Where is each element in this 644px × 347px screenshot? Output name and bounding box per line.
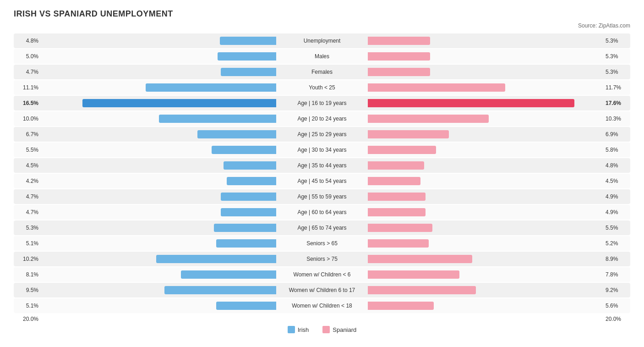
right-bar-container [368,37,603,45]
left-bar-container [41,224,276,232]
left-value: 8.1% [14,271,41,278]
left-value: 5.1% [14,303,41,309]
right-bar [368,255,472,263]
left-bar-container [41,239,276,248]
right-value: 4.9% [603,193,630,200]
right-value: 5.3% [603,69,630,75]
bar-label: Age | 20 to 24 years [276,116,368,122]
bar-row: 11.1% Youth < 25 11.7% [14,80,630,95]
left-bar-container [41,255,276,263]
left-bar-container [41,83,276,92]
left-bar-container [41,161,276,170]
legend: Irish Spaniard [14,326,630,333]
right-value: 5.6% [603,303,630,309]
left-value: 5.0% [14,53,41,60]
right-value: 4.5% [603,178,630,184]
right-bar [368,68,430,76]
right-bar-container [368,208,603,216]
bar-label: Youth < 25 [276,84,368,91]
bar-label: Unemployment [276,38,368,44]
left-bar-container [41,208,276,216]
left-value: 10.0% [14,116,41,122]
right-value: 5.3% [603,53,630,60]
left-bar [156,255,276,263]
right-bar-container [368,286,603,294]
right-value: 17.6% [603,100,630,106]
right-bar [368,161,424,170]
left-value: 4.7% [14,193,41,200]
right-value: 8.9% [603,256,630,262]
left-bar [220,37,276,45]
bar-label: Age | 30 to 34 years [276,147,368,153]
right-bar-container [368,193,603,201]
bar-row: 5.5% Age | 30 to 34 years 5.8% [14,143,630,157]
legend-spaniard-box [322,326,330,333]
bar-row: 4.8% Unemployment 5.3% [14,33,630,48]
bar-row: 5.1% Seniors > 65 5.2% [14,236,630,251]
left-bar [214,224,276,232]
right-value: 5.2% [603,240,630,247]
right-value: 10.3% [603,116,630,122]
right-bar-container [368,83,603,92]
right-bar-container [368,115,603,123]
right-bar-container [368,99,603,107]
left-value: 10.2% [14,256,41,262]
left-bar [224,161,276,170]
left-bar [221,68,276,76]
bar-label: Seniors > 75 [276,256,368,262]
right-bar [368,224,432,232]
bar-row: 8.1% Women w/ Children < 6 7.8% [14,267,630,282]
bar-row: 6.7% Age | 25 to 29 years 6.9% [14,127,630,142]
right-value: 5.5% [603,225,630,231]
right-value: 4.8% [603,162,630,169]
left-bar [146,83,276,92]
right-bar [368,115,489,123]
right-bar [368,270,459,279]
bar-row: 5.1% Women w/ Children < 18 5.6% [14,298,630,313]
right-bar-container [368,161,603,170]
right-bar-container [368,146,603,154]
right-bar [368,208,426,216]
right-value: 4.9% [603,209,630,215]
chart-container: 4.8% Unemployment 5.3% 5.0% Males 5.3% 4… [14,33,630,333]
right-bar [368,286,476,294]
right-bar [368,52,430,61]
left-bar [227,177,276,185]
left-bar-container [41,193,276,201]
left-bar [221,208,276,216]
left-bar-container [41,52,276,61]
left-bar [181,270,276,279]
left-bar [82,99,276,107]
right-value: 5.3% [603,38,630,44]
bar-label: Age | 60 to 64 years [276,209,368,215]
left-bar-container [41,115,276,123]
legend-spaniard-label: Spaniard [333,326,356,333]
bar-label: Age | 16 to 19 years [276,100,368,106]
left-value: 4.8% [14,38,41,44]
right-bar-container [368,270,603,279]
right-value: 7.8% [603,271,630,278]
left-value: 4.7% [14,209,41,215]
left-bar [218,52,276,61]
bar-label: Age | 35 to 44 years [276,162,368,169]
right-bar-container [368,177,603,185]
left-value: 4.7% [14,69,41,75]
bar-label: Age | 25 to 29 years [276,131,368,138]
bar-label: Seniors > 65 [276,240,368,247]
right-bar [368,99,574,107]
bar-row: 16.5% Age | 16 to 19 years 17.6% [14,96,630,110]
right-bar [368,302,434,310]
source-label: Source: ZipAtlas.com [14,22,630,29]
left-bar [216,302,276,310]
right-bar [368,83,505,92]
left-bar-container [41,99,276,107]
bar-row: 4.7% Females 5.3% [14,65,630,79]
bar-label: Females [276,69,368,75]
left-bar-container [41,68,276,76]
right-bar-container [368,52,603,61]
left-value: 9.5% [14,287,41,293]
right-bar [368,146,436,154]
bar-row: 4.2% Age | 45 to 54 years 4.5% [14,174,630,188]
bar-row: 4.5% Age | 35 to 44 years 4.8% [14,158,630,173]
left-bar [159,115,277,123]
